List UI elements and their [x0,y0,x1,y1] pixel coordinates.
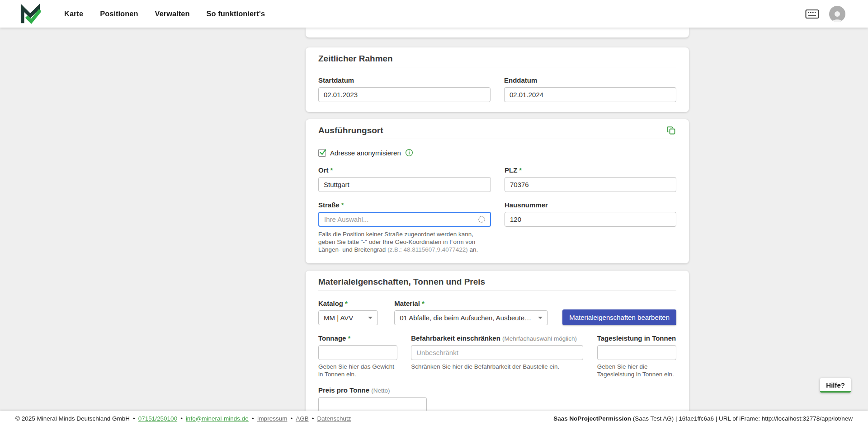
katalog-select[interactable]: MM | AVV [318,310,378,325]
footer-copyright: © 2025 Mineral Minds Deutschland GmbH [15,415,130,422]
preis-input[interactable] [318,397,427,412]
anonymize-checkbox-row[interactable]: Adresse anonymisieren [318,148,676,157]
preis-label: Preis pro Tonne (Netto) [318,386,427,394]
material-field: Material* 01 Abfälle, die beim Aufsuchen… [394,300,548,325]
startdatum-label: Startdatum [318,76,491,84]
material-label: Material* [394,300,548,307]
hausnummer-label: Hausnummer [505,201,676,209]
tagesleistung-label: Tagesleistung in Tonnen [597,334,676,342]
material-select-value: 01 Abfälle, die beim Aufsuchen, Ausbeute… [400,314,534,322]
material-card-title: Materialeigenschaften, Tonnen und Preis [318,277,485,287]
nav-item-so-funktionierts[interactable]: So funktioniert's [207,9,265,18]
startdatum-field: Startdatum [318,76,491,102]
katalog-field: Katalog* MM | AVV [318,300,378,325]
footer-saas-info: (Saas Test AG) | 16fae1ffc6a6 | URL of i… [631,415,853,422]
strasse-hint-coords: (z.B.: 48.8115607,9.4077422) [387,246,468,253]
plz-label: PLZ* [505,166,676,174]
footer-separator: • [180,415,183,422]
befahrbarkeit-label-suffix: (Mehrfachauswahl möglich) [502,335,577,342]
tagesleistung-field: Tagesleistung in Tonnen Geben Sie hier d… [597,334,676,378]
logo-mark [20,4,41,24]
anonymize-checkbox[interactable] [318,149,326,157]
footer-separator: • [133,415,135,422]
ort-input[interactable] [318,177,491,192]
enddatum-input[interactable] [504,87,676,102]
footer-saas-permission: Saas NoProjectPermission [553,415,631,422]
nav-item-positionen[interactable]: Positionen [100,9,138,18]
timeframe-card: Zeitlicher Rahmen Startdatum Enddatum [306,47,689,112]
footer-separator: • [290,415,292,422]
required-marker: * [348,334,350,342]
befahrbarkeit-hint: Schränken Sie hier die Befahrbarkeit der… [411,363,583,370]
ort-label: Ort* [318,166,491,174]
tonnage-field: Tonnage* Geben Sie hier das Gewicht in T… [318,334,397,378]
main-nav: Karte Positionen Verwalten So funktionie… [64,9,265,18]
hausnummer-field: Hausnummer [505,201,676,227]
preis-label-suffix: (Netto) [371,387,390,394]
footer-datenschutz-link[interactable]: Datenschutz [317,415,351,422]
strasse-input-wrap [318,212,491,227]
mineral-minds-logo-icon[interactable] [20,4,41,24]
material-row-selects: Katalog* MM | AVV Material* 01 Abfälle, … [318,300,676,325]
nav-item-karte[interactable]: Karte [64,9,83,18]
footer-email-link[interactable]: info@mineral-minds.de [186,415,249,422]
user-avatar-icon[interactable] [829,6,845,22]
chevron-down-icon [368,317,373,319]
footer-agb-link[interactable]: AGB [296,415,309,422]
copy-icon[interactable] [666,126,676,136]
tagesleistung-hint: Geben Sie hier die Tagesleistung in Tonn… [597,363,676,378]
ort-field: Ort* [318,166,491,192]
edit-material-properties-button[interactable]: Materialeigenschaften bearbeiten [562,309,676,325]
material-select[interactable]: 01 Abfälle, die beim Aufsuchen, Ausbeute… [394,310,548,325]
plz-input[interactable] [505,177,676,192]
material-row-tonnage: Tonnage* Geben Sie hier das Gewicht in T… [318,334,676,378]
katalog-label: Katalog* [318,300,378,307]
tonnage-label: Tonnage* [318,334,397,342]
footer-impressum-link[interactable]: Impressum [257,415,288,422]
top-navbar: Karte Positionen Verwalten So funktionie… [0,0,868,28]
footer-left: © 2025 Mineral Minds Deutschland GmbH • … [15,415,351,422]
tonnage-hint: Geben Sie hier das Gewicht in Tonnen ein… [318,363,397,378]
strasse-input[interactable] [324,213,475,226]
footer-right: Saas NoProjectPermission (Saas Test AG) … [553,415,853,422]
timeframe-card-title: Zeitlicher Rahmen [318,54,393,64]
loading-spinner-icon [478,216,485,223]
startdatum-input[interactable] [318,87,491,102]
required-marker: * [341,201,344,209]
enddatum-label: Enddatum [504,76,676,84]
tonnage-input[interactable] [318,345,397,360]
plz-field: PLZ* [505,166,676,192]
help-button[interactable]: Hilfe? [820,378,851,393]
tagesleistung-input[interactable] [597,345,676,360]
befahrbarkeit-input[interactable] [411,345,583,360]
strasse-hint: Falls die Position keiner Straße zugeord… [318,230,491,253]
location-card: Ausführungsort Adresse anonymisieren [306,119,689,263]
preis-field: Preis pro Tonne (Netto) [318,386,427,412]
keyboard-icon[interactable] [805,9,819,19]
befahrbarkeit-field: Befahrbarkeit einschränken (Mehrfachausw… [411,334,583,370]
divider [318,139,676,139]
navbar-right [805,6,845,22]
lot-form-page: Zeitlicher Rahmen Startdatum Enddatum Au… [306,28,689,426]
befahrbarkeit-label: Befahrbarkeit einschränken (Mehrfachausw… [411,334,583,342]
hausnummer-input[interactable] [505,212,676,227]
strasse-label: Straße* [318,201,491,209]
katalog-select-value: MM | AVV [324,314,353,322]
strasse-field: Straße* [318,201,491,227]
material-card: Materialeigenschaften, Tonnen und Preis … [306,271,689,426]
footer-separator: • [252,415,254,422]
divider [318,290,676,290]
required-marker: * [345,300,348,307]
info-icon[interactable] [405,149,413,157]
chevron-down-icon [538,317,542,319]
checkmark-icon [319,148,326,156]
required-marker: * [519,166,522,174]
nav-item-verwalten[interactable]: Verwalten [155,9,190,18]
required-marker: * [330,166,333,174]
enddatum-field: Enddatum [504,76,676,102]
required-marker: * [422,300,425,307]
anonymize-label: Adresse anonymisieren [330,149,401,157]
footer-phone-link[interactable]: 07151/250100 [138,415,177,422]
location-card-title: Ausführungsort [318,126,383,136]
previous-card-bottom [306,28,689,37]
